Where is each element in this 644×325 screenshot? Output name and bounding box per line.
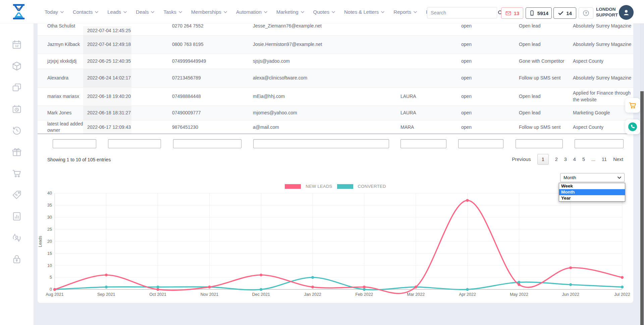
nav-item-leads[interactable]: Leads	[107, 9, 127, 15]
chevron-down-icon	[224, 11, 227, 13]
pagination-previous[interactable]: Previous	[512, 157, 531, 162]
nav-item-quotes[interactable]: Quotes	[313, 9, 335, 15]
nav-item-tasks[interactable]: Tasks	[163, 9, 182, 15]
svg-text:$: $	[14, 193, 18, 197]
cell-name: Jazmyn Kilback	[47, 41, 85, 48]
floating-phone-button[interactable]	[625, 119, 640, 134]
nav-item-contacts[interactable]: Contacts	[73, 9, 98, 15]
sidebar-item-report-chart[interactable]	[11, 211, 22, 222]
column-filter-input[interactable]	[108, 139, 161, 148]
cell-source: Applied for Finance through the website	[573, 90, 633, 103]
nav-item-marketing[interactable]: Marketing	[276, 9, 304, 15]
nav-item-automation[interactable]: Automation	[236, 9, 267, 15]
cell-date: 2022-06-25 12:40:35	[83, 54, 131, 69]
svg-text:Nov 2021: Nov 2021	[201, 292, 219, 297]
svg-text:10: 10	[47, 263, 52, 268]
svg-text:Aug 2021: Aug 2021	[46, 292, 64, 297]
pagination: Previous12345...11Next	[512, 154, 623, 165]
svg-text:5: 5	[50, 275, 52, 280]
pagination-page[interactable]: 2	[555, 157, 558, 162]
dropdown-option-week[interactable]: Week	[559, 183, 625, 189]
nav-item-memberships[interactable]: Memberships	[191, 9, 227, 15]
help-button[interactable]: ?	[579, 7, 593, 19]
column-filter-input[interactable]	[53, 139, 96, 148]
cart-icon	[11, 168, 22, 179]
sidebar-item-pages[interactable]	[11, 82, 22, 93]
nav-item-reports[interactable]: Reports	[393, 9, 417, 15]
sidebar-item-calendar-alarm[interactable]	[11, 103, 22, 115]
nav-item-today[interactable]: Today	[45, 9, 64, 15]
calendar-alarm-icon	[11, 104, 22, 114]
sidebar-item-price-tag[interactable]: $	[11, 189, 22, 201]
messages-badge[interactable]: 13	[501, 7, 523, 19]
gift-icon	[11, 147, 22, 157]
pagination-page[interactable]: 5	[582, 157, 585, 162]
pagination-page[interactable]: 11	[602, 157, 607, 162]
avatar[interactable]	[619, 5, 634, 20]
sidebar-item-cart[interactable]	[11, 168, 22, 179]
pagination-next[interactable]: Next	[613, 157, 623, 162]
app-logo-icon[interactable]	[9, 2, 28, 21]
sidebar-item-gift[interactable]	[11, 146, 22, 158]
table-row[interactable]: latest lead added owner2022-06-17 12:09:…	[38, 120, 633, 134]
cell-lead-status: Follow up SMS sent	[519, 124, 569, 131]
pagination-page[interactable]: 3	[564, 157, 567, 162]
column-filter-input[interactable]	[400, 139, 446, 148]
nav-item-notes-letters[interactable]: Notes & Letters	[344, 9, 384, 15]
content-card: Otha Schulist2022-07-04 12:45:250270 264…	[38, 23, 633, 303]
cell-owner: LAURA	[400, 110, 437, 116]
sidebar-item-history[interactable]	[11, 125, 22, 136]
pagination-page-current[interactable]: 1	[537, 154, 549, 165]
table-row[interactable]: jzjxjxj xkxkdjdj2022-06-25 12:40:3507499…	[38, 54, 633, 69]
left-sidebar: 12$	[0, 23, 34, 325]
table-row[interactable]: mariax mariasx2022-06-18 19:40:200749888…	[38, 87, 633, 106]
smartphone-icon	[529, 10, 535, 16]
cell-source: Marketing Google	[573, 110, 633, 116]
floating-cart-button[interactable]	[625, 98, 640, 113]
nav-item-deals[interactable]: Deals	[136, 9, 154, 15]
column-filter-input[interactable]	[575, 139, 624, 148]
tasks-badge[interactable]: 14	[553, 7, 576, 19]
calendar-date-icon: 12	[11, 39, 22, 50]
sidebar-item-user-refresh[interactable]	[11, 232, 22, 243]
column-filter-input[interactable]	[173, 139, 241, 148]
lock-icon	[11, 254, 22, 265]
cell-phone: 07490009777	[172, 110, 229, 116]
column-filter-input[interactable]	[516, 139, 563, 148]
tasks-count: 14	[566, 10, 572, 16]
package-icon	[11, 61, 22, 71]
sidebar-item-lock[interactable]	[11, 254, 22, 265]
svg-text:25: 25	[47, 227, 52, 232]
table-row[interactable]: Jazmyn Kilback2022-07-04 12:49:180800 76…	[38, 35, 633, 54]
cell-lead-status: Open lead	[519, 93, 569, 100]
column-filter-input[interactable]	[458, 139, 503, 148]
cell-date: 2022-06-17 12:09:43	[83, 120, 131, 134]
calls-badge[interactable]: 5914	[526, 7, 552, 19]
nav-item-label: Tasks	[163, 9, 176, 15]
cell-source: Absolutely Surrey Magazine	[573, 23, 633, 30]
scrollbar-thumb[interactable]	[640, 91, 644, 325]
svg-text:12: 12	[15, 44, 18, 48]
column-filter-input[interactable]	[253, 139, 389, 148]
dropdown-option-month[interactable]: Month	[559, 189, 625, 195]
sidebar-item-package[interactable]	[11, 60, 22, 72]
table-row[interactable]: Mark Jones2022-06-18 18:31:2707490009777…	[38, 106, 633, 120]
pagination-page[interactable]: 4	[573, 157, 576, 162]
nav-item-label: Leads	[107, 9, 121, 15]
cell-email: Jesse_Ziemann76@example.net	[253, 23, 364, 30]
cell-lead-status: Open lead	[519, 110, 569, 116]
table-row[interactable]: Alexandra2022-06-24 14:02:1707213456789a…	[38, 69, 633, 87]
svg-text:Apr 2022: Apr 2022	[459, 292, 476, 297]
chevron-down-icon	[381, 11, 384, 13]
dropdown-option-year[interactable]: Year	[559, 195, 625, 201]
cell-date: 2022-06-18 18:31:27	[83, 106, 131, 120]
table-row[interactable]: Otha Schulist2022-07-04 12:45:250270 264…	[38, 23, 633, 35]
sidebar-item-calendar-date[interactable]: 12	[11, 39, 22, 50]
svg-text:20: 20	[47, 239, 52, 244]
svg-text:Jan 2022: Jan 2022	[304, 292, 321, 297]
nav-item-label: Memberships	[191, 9, 221, 15]
nav-item-label: Automation	[236, 9, 262, 15]
cell-phone: 9876451230	[172, 124, 229, 131]
search-input[interactable]	[427, 10, 497, 15]
chevron-down-icon	[60, 11, 64, 13]
